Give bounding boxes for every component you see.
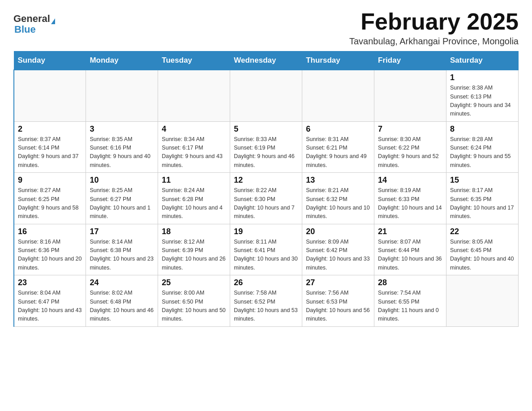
day-info: Sunrise: 8:38 AM Sunset: 6:13 PM Dayligh… [450, 84, 515, 119]
calendar-cell: 8Sunrise: 8:28 AM Sunset: 6:24 PM Daylig… [446, 121, 519, 173]
calendar-week-row: 1Sunrise: 8:38 AM Sunset: 6:13 PM Daylig… [14, 70, 519, 121]
day-info: Sunrise: 8:00 AM Sunset: 6:50 PM Dayligh… [162, 289, 226, 324]
calendar-week-row: 16Sunrise: 8:16 AM Sunset: 6:36 PM Dayli… [14, 224, 519, 275]
calendar-cell: 25Sunrise: 8:00 AM Sunset: 6:50 PM Dayli… [158, 275, 230, 327]
calendar-cell: 4Sunrise: 8:34 AM Sunset: 6:17 PM Daylig… [158, 121, 230, 173]
calendar-cell [446, 275, 519, 327]
calendar-cell: 27Sunrise: 7:56 AM Sunset: 6:53 PM Dayli… [302, 275, 374, 327]
calendar-cell: 6Sunrise: 8:31 AM Sunset: 6:21 PM Daylig… [302, 121, 374, 173]
day-info: Sunrise: 7:54 AM Sunset: 6:55 PM Dayligh… [378, 289, 442, 324]
day-info: Sunrise: 8:33 AM Sunset: 6:19 PM Dayligh… [234, 135, 298, 170]
day-info: Sunrise: 8:14 AM Sunset: 6:38 PM Dayligh… [90, 238, 154, 273]
day-number: 8 [450, 124, 515, 134]
logo-general-text: General [13, 13, 50, 24]
day-info: Sunrise: 8:12 AM Sunset: 6:39 PM Dayligh… [162, 238, 226, 273]
day-info: Sunrise: 8:27 AM Sunset: 6:25 PM Dayligh… [18, 186, 82, 221]
day-info: Sunrise: 8:24 AM Sunset: 6:28 PM Dayligh… [162, 186, 226, 221]
day-number: 27 [306, 278, 370, 287]
calendar-week-row: 9Sunrise: 8:27 AM Sunset: 6:25 PM Daylig… [14, 173, 519, 224]
calendar-cell: 28Sunrise: 7:54 AM Sunset: 6:55 PM Dayli… [374, 275, 446, 327]
day-info: Sunrise: 8:28 AM Sunset: 6:24 PM Dayligh… [450, 135, 515, 170]
day-info: Sunrise: 8:09 AM Sunset: 6:42 PM Dayligh… [306, 238, 370, 273]
day-info: Sunrise: 8:05 AM Sunset: 6:45 PM Dayligh… [450, 238, 515, 273]
day-info: Sunrise: 8:11 AM Sunset: 6:41 PM Dayligh… [234, 238, 298, 273]
day-info: Sunrise: 8:02 AM Sunset: 6:48 PM Dayligh… [90, 289, 154, 324]
day-info: Sunrise: 7:56 AM Sunset: 6:53 PM Dayligh… [306, 289, 370, 324]
day-number: 24 [90, 278, 154, 287]
day-number: 3 [90, 124, 154, 134]
calendar-header-monday: Monday [86, 51, 158, 70]
day-number: 13 [306, 176, 370, 185]
day-number: 10 [90, 176, 154, 185]
day-info: Sunrise: 8:07 AM Sunset: 6:44 PM Dayligh… [378, 238, 442, 273]
page-subtitle: Tavanbulag, Arkhangai Province, Mongolia [349, 36, 519, 47]
day-info: Sunrise: 8:34 AM Sunset: 6:17 PM Dayligh… [162, 135, 226, 170]
day-number: 5 [234, 124, 298, 134]
calendar-cell [158, 70, 230, 121]
day-number: 17 [90, 227, 154, 236]
calendar-cell: 2Sunrise: 8:37 AM Sunset: 6:14 PM Daylig… [14, 121, 86, 173]
day-number: 23 [18, 278, 82, 287]
day-info: Sunrise: 8:21 AM Sunset: 6:32 PM Dayligh… [306, 186, 370, 221]
calendar-header-friday: Friday [374, 51, 446, 70]
day-info: Sunrise: 8:30 AM Sunset: 6:22 PM Dayligh… [378, 135, 442, 170]
calendar-cell: 12Sunrise: 8:22 AM Sunset: 6:30 PM Dayli… [230, 173, 302, 224]
calendar-cell [302, 70, 374, 121]
calendar-header-wednesday: Wednesday [230, 51, 302, 70]
day-number: 11 [162, 176, 226, 185]
calendar-cell: 20Sunrise: 8:09 AM Sunset: 6:42 PM Dayli… [302, 224, 374, 275]
day-number: 20 [306, 227, 370, 236]
header: General Blue February 2025 Tavanbulag, A… [13, 9, 519, 47]
calendar-header-saturday: Saturday [446, 51, 519, 70]
day-info: Sunrise: 8:35 AM Sunset: 6:16 PM Dayligh… [90, 135, 154, 170]
day-number: 25 [162, 278, 226, 287]
calendar-header-thursday: Thursday [302, 51, 374, 70]
day-number: 22 [450, 227, 515, 236]
day-number: 4 [162, 124, 226, 134]
calendar-cell: 15Sunrise: 8:17 AM Sunset: 6:35 PM Dayli… [446, 173, 519, 224]
calendar-header-row: SundayMondayTuesdayWednesdayThursdayFrid… [14, 51, 519, 70]
calendar-cell: 11Sunrise: 8:24 AM Sunset: 6:28 PM Dayli… [158, 173, 230, 224]
calendar-cell: 14Sunrise: 8:19 AM Sunset: 6:33 PM Dayli… [374, 173, 446, 224]
calendar-cell: 16Sunrise: 8:16 AM Sunset: 6:36 PM Dayli… [14, 224, 86, 275]
calendar-cell: 19Sunrise: 8:11 AM Sunset: 6:41 PM Dayli… [230, 224, 302, 275]
calendar-week-row: 23Sunrise: 8:04 AM Sunset: 6:47 PM Dayli… [14, 275, 519, 327]
calendar-cell: 18Sunrise: 8:12 AM Sunset: 6:39 PM Dayli… [158, 224, 230, 275]
page-title: February 2025 [349, 9, 519, 34]
day-number: 7 [378, 124, 442, 134]
day-number: 2 [18, 124, 82, 134]
calendar-week-row: 2Sunrise: 8:37 AM Sunset: 6:14 PM Daylig… [14, 121, 519, 173]
calendar-cell: 26Sunrise: 7:58 AM Sunset: 6:52 PM Dayli… [230, 275, 302, 327]
day-number: 6 [306, 124, 370, 134]
calendar-cell: 3Sunrise: 8:35 AM Sunset: 6:16 PM Daylig… [86, 121, 158, 173]
day-info: Sunrise: 8:17 AM Sunset: 6:35 PM Dayligh… [450, 186, 515, 221]
calendar-cell: 23Sunrise: 8:04 AM Sunset: 6:47 PM Dayli… [14, 275, 86, 327]
day-number: 26 [234, 278, 298, 287]
calendar-cell: 17Sunrise: 8:14 AM Sunset: 6:38 PM Dayli… [86, 224, 158, 275]
day-number: 18 [162, 227, 226, 236]
calendar-cell [14, 70, 86, 121]
day-info: Sunrise: 8:31 AM Sunset: 6:21 PM Dayligh… [306, 135, 370, 170]
calendar-cell: 7Sunrise: 8:30 AM Sunset: 6:22 PM Daylig… [374, 121, 446, 173]
day-number: 16 [18, 227, 82, 236]
calendar-cell: 10Sunrise: 8:25 AM Sunset: 6:27 PM Dayli… [86, 173, 158, 224]
logo-triangle-icon [51, 18, 55, 24]
day-info: Sunrise: 8:22 AM Sunset: 6:30 PM Dayligh… [234, 186, 298, 221]
day-info: Sunrise: 8:19 AM Sunset: 6:33 PM Dayligh… [378, 186, 442, 221]
day-info: Sunrise: 8:25 AM Sunset: 6:27 PM Dayligh… [90, 186, 154, 221]
day-info: Sunrise: 8:37 AM Sunset: 6:14 PM Dayligh… [18, 135, 82, 170]
calendar-cell: 13Sunrise: 8:21 AM Sunset: 6:32 PM Dayli… [302, 173, 374, 224]
calendar-cell: 22Sunrise: 8:05 AM Sunset: 6:45 PM Dayli… [446, 224, 519, 275]
logo-text: General Blue [13, 13, 55, 35]
calendar-cell: 9Sunrise: 8:27 AM Sunset: 6:25 PM Daylig… [14, 173, 86, 224]
day-number: 19 [234, 227, 298, 236]
day-number: 21 [378, 227, 442, 236]
day-number: 12 [234, 176, 298, 185]
calendar-cell [230, 70, 302, 121]
calendar-header-sunday: Sunday [14, 51, 86, 70]
calendar-cell: 1Sunrise: 8:38 AM Sunset: 6:13 PM Daylig… [446, 70, 519, 121]
day-number: 15 [450, 176, 515, 185]
calendar-cell: 21Sunrise: 8:07 AM Sunset: 6:44 PM Dayli… [374, 224, 446, 275]
day-number: 28 [378, 278, 442, 287]
calendar-cell [374, 70, 446, 121]
